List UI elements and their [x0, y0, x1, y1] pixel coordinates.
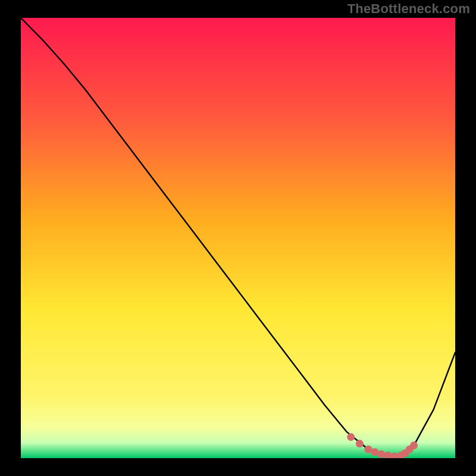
optimal-marker — [377, 450, 385, 458]
gradient-background — [21, 18, 455, 458]
chart-frame: TheBottleneck.com — [0, 0, 476, 476]
chart-svg — [21, 18, 455, 458]
plot-area — [21, 18, 455, 458]
watermark-text: TheBottleneck.com — [347, 1, 470, 17]
optimal-marker — [356, 440, 364, 447]
optimal-marker — [347, 433, 355, 441]
optimal-marker — [410, 441, 418, 449]
